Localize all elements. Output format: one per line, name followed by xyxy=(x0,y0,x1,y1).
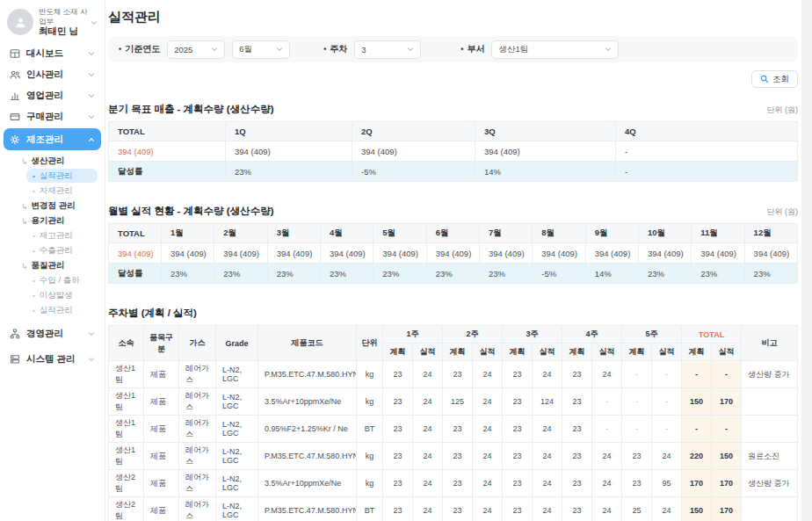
total-value-cell: 170 xyxy=(682,470,712,497)
year-select[interactable]: 2025 xyxy=(167,40,225,59)
rate-cell: 23% xyxy=(373,264,426,284)
sidebar-item-제조관리[interactable]: 제조관리 xyxy=(4,128,101,150)
rate-cell: 23% xyxy=(744,264,797,284)
column-header: 3Q xyxy=(475,122,616,141)
sidebar-item-시스템 관리[interactable]: 시스템 관리 xyxy=(4,350,101,368)
rate-cell: 23% xyxy=(692,264,744,284)
bullet-icon: • xyxy=(33,277,35,285)
dept-cell: 생산1팀 xyxy=(109,443,144,470)
week-value-cell: 24 xyxy=(592,470,622,497)
column-header: 12월 xyxy=(744,224,797,243)
sidebar-item-label: 인사관리 xyxy=(26,69,63,81)
week-value-cell: 24 xyxy=(592,497,622,521)
sidebar-item-인사관리[interactable]: 인사관리 xyxy=(4,65,101,83)
main-content: 실적관리 •기준연도 2025 6월 •주차 3 •부서 생산1팀 조회 분기 … xyxy=(105,0,801,521)
sidebar-item-구매관리[interactable]: 구매관리 xyxy=(4,107,101,126)
week-value-cell: 23 xyxy=(383,361,413,388)
gas-cell: 레어가스 xyxy=(179,470,216,497)
dept-select[interactable]: 생산1팀 xyxy=(491,40,619,59)
plan-header: 계획 xyxy=(682,344,712,361)
gas-cell: 레어가스 xyxy=(179,388,216,416)
value-cell: 394 (409) xyxy=(638,243,691,264)
week-value-cell: 23 xyxy=(443,416,473,443)
week-value-cell: 23 xyxy=(503,416,533,443)
unit-cell: kg xyxy=(357,361,383,388)
bullet-icon: • xyxy=(33,292,35,300)
column-header: 6월 xyxy=(426,224,479,243)
total-value-cell: 150 xyxy=(682,497,712,521)
week-value-cell: 23 xyxy=(562,470,592,497)
sidebar-group-용기관리[interactable]: ↳용기관리 xyxy=(0,213,105,228)
bullet-icon: • xyxy=(119,45,121,54)
chevron-down-icon xyxy=(88,356,95,363)
sidebar-subitem-수출관리[interactable]: •수출관리 xyxy=(26,243,98,257)
grade-cell: L-N2, LGC xyxy=(216,497,258,521)
value-cell: 394 (409) xyxy=(162,243,214,264)
user-profile[interactable]: 반도체 소재 사업부 최태민 님 xyxy=(0,4,105,44)
sidebar-subitem-수입 / 출하[interactable]: •수입 / 출하 xyxy=(26,273,98,287)
plan-header: 계획 xyxy=(503,344,533,361)
week-group-header: 2주 xyxy=(443,326,503,344)
sidebar-subitem-실적관리[interactable]: •실적관리 xyxy=(26,169,98,183)
note-cell xyxy=(742,416,798,443)
chevron-down-icon xyxy=(88,71,95,78)
bullet-icon: • xyxy=(33,232,35,240)
bullet-icon: • xyxy=(33,187,35,195)
column-header: 10월 xyxy=(638,224,691,243)
gas-cell: 레어가스 xyxy=(179,361,216,388)
sidebar-subitem-실적관리[interactable]: •실적관리 xyxy=(26,303,98,317)
sidebar-item-경영관리[interactable]: 경영관리 xyxy=(4,324,101,343)
week-select[interactable]: 3 xyxy=(354,40,421,59)
column-header: 4Q xyxy=(616,122,798,141)
plan-header: 계획 xyxy=(562,344,592,361)
week-value-cell: 24 xyxy=(413,443,443,470)
sidebar-item-대시보드[interactable]: 대시보드 xyxy=(4,44,101,62)
grade-cell: L-N2, LGC xyxy=(216,361,258,388)
rate-label: 달성률 xyxy=(109,264,162,284)
column-header: 단위 xyxy=(357,326,383,361)
week-value-cell: 24 xyxy=(473,361,503,388)
week-value-cell: - xyxy=(652,416,682,443)
value-cell: 394 (409) xyxy=(744,243,797,264)
week-value-cell: 23 xyxy=(503,361,533,388)
chevron-down-icon xyxy=(407,46,414,53)
search-button[interactable]: 조회 xyxy=(751,70,798,88)
code-cell: 0.95%F2+1.25%Kr / Ne xyxy=(258,416,357,443)
sidebar-subitem-재고관리[interactable]: •재고관리 xyxy=(26,228,98,242)
code-cell: P.M35.ETC.47.M.580.HYN.00 xyxy=(258,443,357,470)
filter-label-dept: •부서 xyxy=(460,43,484,55)
gear-icon xyxy=(10,134,21,145)
quarterly-unit-label: 단위 (원) xyxy=(767,105,799,116)
week-value-cell: 23 xyxy=(562,416,592,443)
sidebar-item-영업관리[interactable]: 영업관리 xyxy=(4,86,101,105)
week-value-cell: 23 xyxy=(383,497,413,521)
branch-arrow-icon: ↳ xyxy=(21,262,28,271)
week-value-cell: 24 xyxy=(533,470,562,497)
users-icon xyxy=(10,69,21,80)
total-value-cell: 150 xyxy=(682,388,712,416)
rate-cell: 14% xyxy=(585,264,638,284)
week-value-cell: 24 xyxy=(413,497,443,521)
dept-cell: 생산2팀 xyxy=(109,470,144,497)
chevron-down-icon xyxy=(605,46,612,53)
column-header: 3월 xyxy=(267,224,320,243)
week-group-header: 3주 xyxy=(503,326,562,344)
sidebar-subitem-자재관리[interactable]: •자재관리 xyxy=(26,184,98,198)
dept-cell: 생산1팀 xyxy=(109,388,144,416)
sidebar-group-품질관리[interactable]: ↳품질관리 xyxy=(0,258,105,273)
sidebar-group-변경점 관리[interactable]: ↳변경점 관리 xyxy=(0,199,105,213)
header-row: TOTAL1월2월3월4월5월6월7월8월9월10월11월12월 xyxy=(109,224,798,243)
sidebar-subitem-이상발생[interactable]: •이상발생 xyxy=(26,288,98,302)
week-value-cell: 23 xyxy=(443,361,473,388)
page-title: 실적관리 xyxy=(108,9,799,25)
sidebar-group-생산관리[interactable]: ↳생산관리 xyxy=(0,154,105,169)
month-select[interactable]: 6월 xyxy=(232,40,290,59)
table-row: 생산2팀제품레어가스L-N2, LGC3.5%Ar+10ppmXe/Nekg23… xyxy=(109,470,798,497)
monthly-section: 월별 실적 현황 - 계획수량 (생산수량) 단위 (원) TOTAL1월2월3… xyxy=(108,205,798,284)
week-group-header: 4주 xyxy=(562,326,622,344)
actual-header: 실적 xyxy=(592,344,622,361)
quarterly-table: TOTAL1Q2Q3Q4Q394 (409)394 (409)394 (409)… xyxy=(108,121,798,182)
column-header: 1월 xyxy=(162,224,214,243)
sidebar-menu: 대시보드인사관리영업관리구매관리제조관리↳생산관리•실적관리•자재관리↳변경점 … xyxy=(0,44,105,368)
total-value-cell: - xyxy=(712,416,742,443)
